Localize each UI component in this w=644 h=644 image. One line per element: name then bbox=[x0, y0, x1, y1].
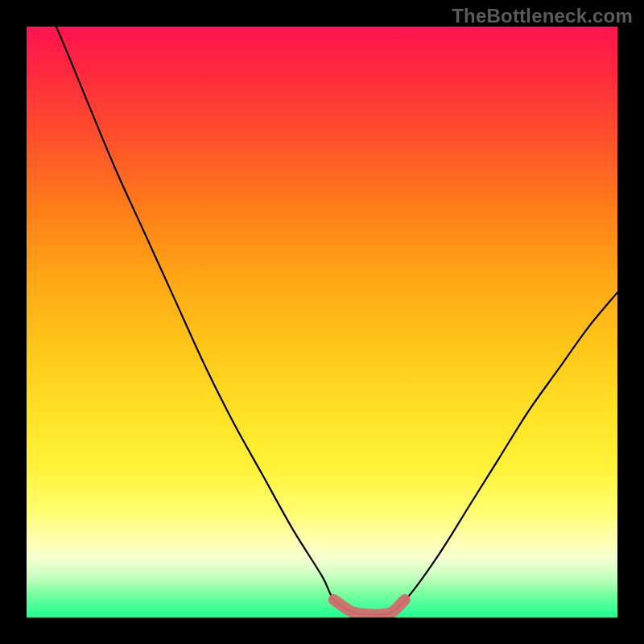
chart-svg bbox=[27, 27, 617, 617]
highlight-band-path bbox=[334, 600, 405, 615]
watermark-text: TheBottleneck.com bbox=[452, 5, 633, 27]
bottleneck-curve-path bbox=[27, 27, 617, 615]
chart-frame: TheBottleneck.com bbox=[0, 0, 644, 644]
